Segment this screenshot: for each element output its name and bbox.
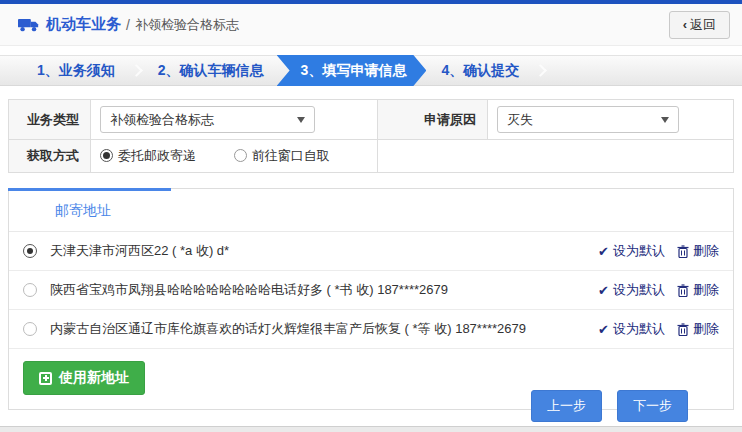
- delivery-option-postal[interactable]: 委托邮政寄递: [100, 147, 196, 165]
- breadcrumb-separator: /: [126, 17, 130, 33]
- delete-link[interactable]: 删除: [677, 242, 719, 260]
- use-new-address-button[interactable]: 使用新地址: [23, 361, 145, 395]
- trash-icon: [677, 284, 689, 297]
- step-1-notice[interactable]: 1、业务须知: [24, 55, 128, 86]
- set-default-label: 设为默认: [613, 281, 665, 299]
- next-step-button[interactable]: 下一步: [617, 390, 688, 422]
- delete-label: 删除: [693, 320, 719, 338]
- business-type-select[interactable]: 补领检验合格标志: [100, 106, 315, 133]
- address-text: 陕西省宝鸡市凤翔县哈哈哈哈哈哈哈哈电话好多 ( *书 收) 187****267…: [50, 281, 598, 299]
- address-row: 陕西省宝鸡市凤翔县哈哈哈哈哈哈哈哈电话好多 ( *书 收) 187****267…: [9, 271, 733, 310]
- address-radio-selected[interactable]: [23, 244, 37, 258]
- chevron-right-icon: [534, 64, 547, 77]
- back-button-label: 返回: [690, 16, 716, 34]
- delivery-option-pickup-label: 前往窗口自取: [252, 147, 330, 165]
- panel-accent-line: [8, 188, 171, 191]
- use-new-address-label: 使用新地址: [59, 369, 129, 387]
- delete-label: 删除: [693, 242, 719, 260]
- address-text: 天津天津市河西区22 ( *a 收) d*: [50, 242, 598, 260]
- check-icon: ✔: [598, 322, 609, 337]
- address-row: 内蒙古自治区通辽市库伦旗喜欢的话灯火辉煌很丰富产后恢复 ( *等 收) 187*…: [9, 310, 733, 349]
- trash-icon: [677, 323, 689, 336]
- step-3-fill-application[interactable]: 3、填写申请信息: [277, 55, 427, 86]
- previous-step-button[interactable]: 上一步: [531, 390, 602, 422]
- step-2-confirm-vehicle[interactable]: 2、确认车辆信息: [145, 55, 277, 86]
- bottom-divider: [0, 426, 742, 432]
- set-default-label: 设为默认: [613, 320, 665, 338]
- header: 机动车业务 / 补领检验合格标志 ‹ 返回: [0, 4, 742, 46]
- breadcrumb-primary: 机动车业务: [46, 15, 121, 34]
- apply-reason-label: 申请原因: [378, 100, 488, 140]
- set-default-link[interactable]: ✔ 设为默认: [598, 320, 665, 338]
- delivery-option-pickup[interactable]: 前往窗口自取: [234, 147, 330, 165]
- step-4-confirm-submit[interactable]: 4、确认提交: [428, 55, 532, 86]
- delivery-option-postal-label: 委托邮政寄递: [118, 147, 196, 165]
- address-row: 天津天津市河西区22 ( *a 收) d* ✔ 设为默认 删除: [9, 232, 733, 271]
- address-radio[interactable]: [23, 283, 37, 297]
- apply-reason-select[interactable]: 灭失: [497, 106, 679, 133]
- truck-icon: [18, 17, 40, 33]
- back-button[interactable]: ‹ 返回: [669, 11, 730, 39]
- dropdown-arrow-icon: [297, 117, 305, 123]
- delete-link[interactable]: 删除: [677, 320, 719, 338]
- check-icon: ✔: [598, 244, 609, 259]
- mailing-address-panel: 邮寄地址 天津天津市河西区22 ( *a 收) d* ✔ 设为默认 删除: [8, 188, 734, 410]
- application-form: 业务类型 补领检验合格标志 申请原因 灭失 获取方式 委托邮政寄递: [8, 99, 734, 173]
- business-type-label: 业务类型: [9, 100, 91, 140]
- set-default-label: 设为默认: [613, 242, 665, 260]
- step-navigation: 1、业务须知 2、确认车辆信息 3、填写申请信息 4、确认提交: [0, 55, 742, 86]
- delivery-method-label: 获取方式: [9, 140, 91, 173]
- delete-label: 删除: [693, 281, 719, 299]
- apply-reason-value: 灭失: [507, 111, 533, 129]
- breadcrumb-secondary: 补领检验合格标志: [135, 16, 239, 34]
- chevron-right-icon: [130, 64, 143, 77]
- radio-unchecked-icon: [234, 149, 247, 162]
- mailing-address-title: 邮寄地址: [9, 189, 733, 232]
- address-text: 内蒙古自治区通辽市库伦旗喜欢的话灯火辉煌很丰富产后恢复 ( *等 收) 187*…: [50, 320, 598, 338]
- dropdown-arrow-icon: [661, 117, 669, 123]
- radio-checked-icon: [100, 149, 113, 162]
- check-icon: ✔: [598, 283, 609, 298]
- address-radio[interactable]: [23, 322, 37, 336]
- business-type-value: 补领检验合格标志: [110, 111, 214, 129]
- set-default-link[interactable]: ✔ 设为默认: [598, 281, 665, 299]
- plus-icon: [39, 372, 52, 385]
- back-chevron-icon: ‹: [683, 17, 687, 32]
- set-default-link[interactable]: ✔ 设为默认: [598, 242, 665, 260]
- trash-icon: [677, 245, 689, 258]
- wizard-footer: 上一步 下一步: [531, 390, 688, 422]
- delete-link[interactable]: 删除: [677, 281, 719, 299]
